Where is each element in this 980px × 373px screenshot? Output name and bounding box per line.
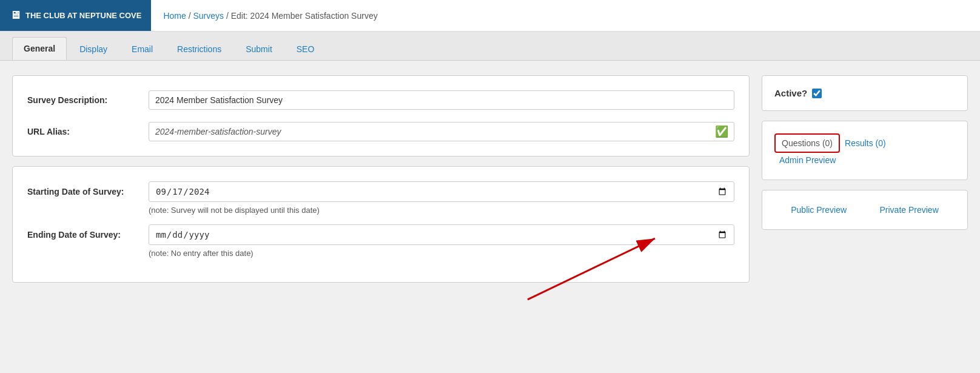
active-label: Active? (774, 88, 807, 98)
starting-date-input[interactable] (149, 181, 734, 202)
questions-link[interactable]: Questions (0) (774, 133, 840, 153)
date-card: Starting Date of Survey: (note: Survey w… (12, 166, 750, 283)
ending-date-label: Ending Date of Survey: (27, 230, 149, 240)
private-preview-link[interactable]: Private Preview (875, 203, 944, 217)
questions-card: Questions (0) Results (0) Admin Preview (762, 121, 968, 180)
header: 🖥 THE CLUB AT NEPTUNE COVE Home / Survey… (0, 0, 980, 32)
public-preview-link[interactable]: Public Preview (786, 203, 851, 217)
url-alias-label: URL Alias: (27, 127, 149, 136)
active-row: Active? (774, 88, 955, 98)
active-card: Active? (762, 75, 968, 111)
ending-date-input[interactable] (149, 224, 734, 245)
starting-date-label: Starting Date of Survey: (27, 187, 149, 197)
breadcrumb-current: Edit: 2024 Member Satisfaction Survey (231, 11, 378, 21)
left-column: Survey Description: URL Alias: ✅ Startin… (12, 75, 750, 361)
breadcrumb-home[interactable]: Home (163, 11, 186, 21)
survey-description-label: Survey Description: (27, 95, 149, 105)
breadcrumb-sep2: / (226, 11, 231, 21)
tab-email[interactable]: Email (120, 38, 164, 60)
main-content: Survey Description: URL Alias: ✅ Startin… (0, 61, 980, 373)
survey-description-input[interactable] (149, 90, 734, 110)
admin-preview-link[interactable]: Admin Preview (774, 153, 841, 167)
tab-submit[interactable]: Submit (234, 38, 284, 60)
active-checkbox[interactable] (812, 89, 822, 98)
brand-name: THE CLUB AT NEPTUNE COVE (25, 11, 141, 20)
results-link[interactable]: Results (0) (840, 136, 891, 150)
url-valid-icon: ✅ (715, 125, 728, 138)
questions-links-row: Questions (0) Results (0) Admin Preview (774, 133, 955, 167)
tab-seo[interactable]: SEO (285, 38, 326, 60)
brand-logo: 🖥 THE CLUB AT NEPTUNE COVE (0, 0, 151, 31)
pub-priv-row: Public Preview Private Preview (774, 203, 955, 217)
survey-info-card: Survey Description: URL Alias: ✅ (12, 75, 750, 156)
breadcrumb: Home / Surveys / Edit: 2024 Member Satis… (151, 11, 389, 21)
right-column: Active? Questions (0) Results (0) Admin … (762, 75, 968, 361)
starting-date-wrapper (149, 181, 734, 202)
breadcrumb-surveys[interactable]: Surveys (193, 11, 224, 21)
preview-card: Public Preview Private Preview (762, 190, 968, 230)
url-alias-row: URL Alias: ✅ (27, 122, 734, 141)
monitor-icon: 🖥 (10, 9, 21, 22)
tab-display[interactable]: Display (68, 38, 119, 60)
tab-restrictions[interactable]: Restrictions (166, 38, 233, 60)
survey-description-row: Survey Description: (27, 90, 734, 110)
url-alias-wrapper: ✅ (149, 122, 734, 141)
ending-date-row: Ending Date of Survey: (27, 224, 734, 245)
ending-date-note: (note: No entry after this date) (149, 249, 734, 258)
url-alias-input[interactable] (149, 122, 734, 141)
tabs-bar: General Display Email Restrictions Submi… (0, 32, 980, 61)
starting-date-note: (note: Survey will not be displayed unti… (149, 206, 734, 215)
tab-general[interactable]: General (12, 37, 67, 60)
starting-date-row: Starting Date of Survey: (27, 181, 734, 202)
ending-date-wrapper (149, 224, 734, 245)
